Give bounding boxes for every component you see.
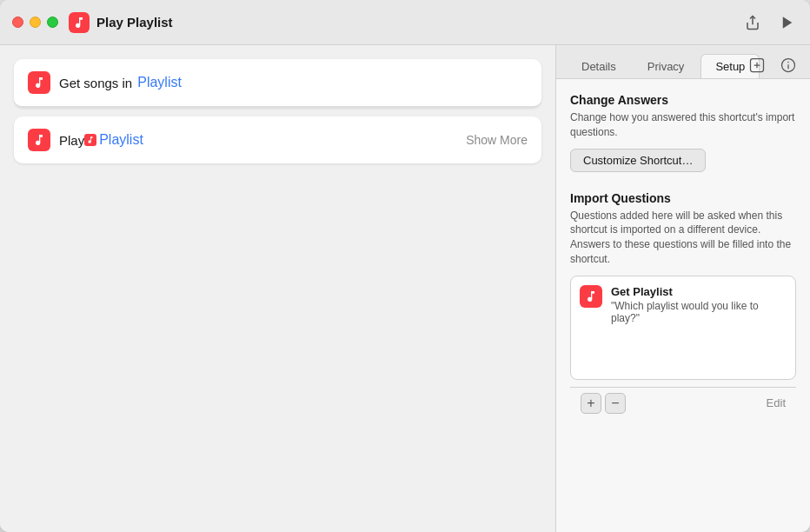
window-title: Play Playlist (96, 15, 173, 30)
get-songs-action[interactable]: Get songs in Playlist (14, 59, 541, 108)
minimize-button[interactable] (30, 17, 41, 28)
play-playlist-link[interactable]: Playlist (99, 132, 143, 148)
play-action[interactable]: Play Playlist Show More (14, 116, 541, 163)
tab-details[interactable]: Details (567, 54, 631, 78)
import-question-icon (580, 285, 602, 308)
import-questions-list: Get Playlist "Which playlist would you l… (570, 276, 796, 380)
maximize-button[interactable] (47, 17, 58, 28)
change-answers-desc: Change how you answered this shortcut's … (570, 110, 796, 140)
add-question-button[interactable]: + (581, 393, 601, 414)
change-answers-title: Change Answers (570, 93, 796, 107)
left-panel: Get songs in Playlist Play (0, 45, 556, 532)
add-panel-button[interactable] (746, 54, 768, 76)
setup-content: Change Answers Change how you answered t… (556, 79, 810, 532)
app-icon (69, 12, 90, 33)
import-bottom-actions: + − (581, 393, 626, 414)
import-question-text: Get Playlist "Which playlist would you l… (611, 285, 787, 324)
import-question-subtitle: "Which playlist would you like to play?" (611, 300, 787, 324)
playlist-badge: Playlist (84, 132, 143, 148)
svg-marker-1 (783, 17, 793, 29)
import-section: Import Questions Questions added here wi… (570, 191, 796, 419)
app-window: Play Playlist (0, 0, 810, 532)
import-question-item[interactable]: Get Playlist "Which playlist would you l… (580, 285, 787, 324)
share-button[interactable] (742, 12, 763, 33)
close-button[interactable] (12, 17, 23, 28)
panel-icons (746, 54, 800, 76)
import-questions-title: Import Questions (570, 191, 796, 205)
remove-question-button[interactable]: − (605, 393, 626, 414)
edit-question-button[interactable]: Edit (767, 396, 786, 409)
play-music-icon (28, 129, 50, 151)
play-button[interactable] (777, 12, 798, 33)
info-panel-button[interactable] (777, 54, 800, 76)
main-content: Get songs in Playlist Play (0, 45, 810, 532)
svg-point-7 (788, 62, 789, 63)
tabs-bar: Details Privacy Setup (556, 45, 810, 79)
customize-shortcut-button[interactable]: Customize Shortcut… (570, 149, 706, 172)
import-question-title: Get Playlist (611, 285, 787, 298)
play-label: Play (59, 133, 84, 148)
right-panel: Details Privacy Setup Change Answers Cha… (556, 45, 810, 532)
get-songs-label: Get songs in (59, 76, 132, 90)
show-more-label[interactable]: Show More (466, 133, 528, 147)
music-icon (28, 71, 50, 94)
traffic-lights (12, 17, 58, 28)
get-songs-playlist-link[interactable]: Playlist (137, 75, 182, 90)
import-questions-desc: Questions added here will be asked when … (570, 209, 796, 267)
import-bottom-bar: + − Edit (570, 387, 796, 419)
tab-privacy[interactable]: Privacy (633, 54, 700, 78)
playlist-badge-icon (84, 134, 96, 146)
titlebar: Play Playlist (0, 0, 810, 45)
titlebar-actions (742, 12, 798, 33)
